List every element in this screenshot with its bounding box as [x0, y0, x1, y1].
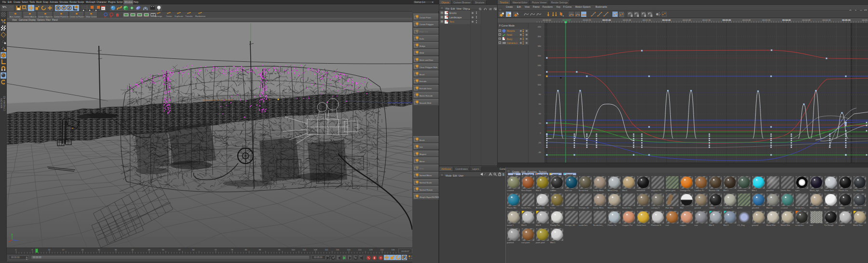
svg-text:Z: Z — [68, 6, 70, 10]
svg-text:X: X — [57, 6, 59, 10]
svg-text:8: 8 — [502, 173, 504, 176]
svg-text:P: P — [403, 256, 406, 259]
svg-text:Y: Y — [63, 6, 65, 10]
